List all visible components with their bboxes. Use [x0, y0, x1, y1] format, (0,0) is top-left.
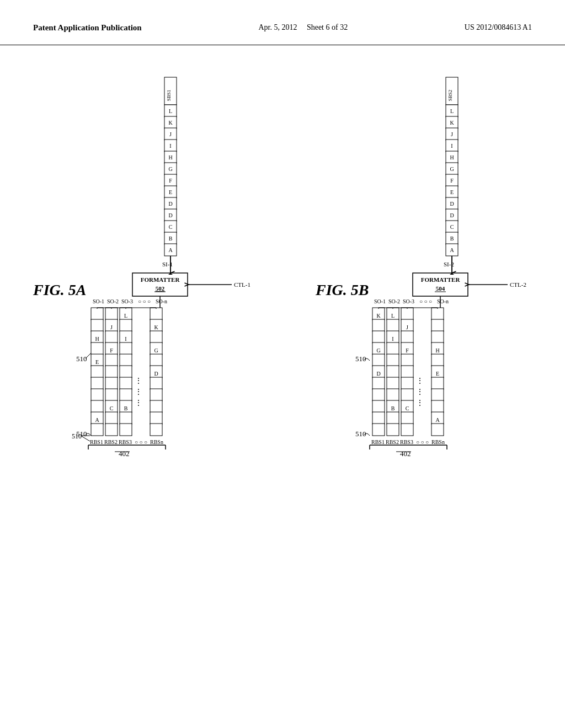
formatter504-num: 504 [436, 285, 445, 292]
main-content: FIG. 5A SBS1 L K J I H G [0, 45, 565, 713]
svg-rect-137 [372, 424, 385, 436]
svg-text:J: J [451, 131, 453, 137]
svg-rect-67 [120, 377, 132, 389]
svg-rect-176 [431, 377, 444, 389]
svg-text:F: F [450, 178, 454, 184]
svg-text:E: E [169, 189, 172, 195]
sbs1-label: SBS1 [166, 90, 172, 101]
svg-text:J: J [406, 324, 408, 330]
ctl2-label: CTL-2 [510, 281, 526, 288]
fig5b-510-label: 510 [355, 355, 366, 363]
svg-rect-31 [91, 308, 103, 320]
svg-text:A: A [95, 417, 99, 423]
svg-text:⋮: ⋮ [416, 388, 424, 396]
svg-rect-130 [372, 354, 385, 366]
svg-text:A: A [168, 247, 173, 253]
so2-label-5a: SO-2 [107, 298, 119, 304]
svg-rect-127 [372, 331, 385, 343]
svg-rect-159 [401, 366, 413, 378]
son-col-5b: H E A [431, 308, 444, 436]
svg-rect-86 [150, 400, 162, 413]
svg-rect-161 [401, 389, 413, 401]
svg-text:510: 510 [72, 432, 82, 440]
svg-text:I: I [392, 336, 393, 342]
rbsn-label-5b: RBSn [431, 439, 445, 445]
svg-rect-160 [401, 377, 413, 389]
svg-text:K: K [376, 313, 381, 319]
svg-text:E: E [95, 359, 99, 365]
svg-rect-178 [431, 400, 444, 413]
svg-rect-45 [105, 308, 118, 320]
header-publication-label: Patent Application Publication [33, 22, 142, 34]
so3-label-5a: SO-3 [121, 298, 133, 304]
svg-rect-78 [150, 331, 162, 343]
svg-rect-44 [91, 424, 103, 436]
svg-rect-169 [431, 319, 444, 331]
svg-rect-84 [150, 377, 162, 389]
so3-col-5b: J F C [401, 308, 413, 436]
svg-rect-68 [120, 389, 132, 401]
svg-rect-52 [105, 366, 118, 378]
svg-text:D: D [168, 201, 172, 207]
diagram-svg: FIG. 5A SBS1 L K J I H G [0, 58, 565, 720]
fig5a-402-label: 402 [119, 449, 130, 458]
header-date-sheet: Apr. 5, 2012 Sheet 6 of 32 [258, 22, 348, 33]
svg-rect-144 [387, 354, 399, 366]
svg-rect-54 [105, 389, 118, 401]
svg-text:J: J [110, 324, 113, 330]
svg-rect-72 [120, 424, 132, 436]
svg-rect-48 [105, 331, 118, 343]
svg-rect-173 [431, 354, 444, 366]
svg-rect-32 [91, 319, 103, 331]
rbs3-label-5b: RBS3 [400, 439, 413, 445]
svg-text:I: I [169, 143, 171, 149]
rbs1-label-5a: RBS1 [90, 439, 103, 445]
svg-text:E: E [450, 189, 454, 195]
svg-rect-85 [150, 389, 162, 401]
svg-text:⋮: ⋮ [416, 399, 424, 407]
svg-rect-58 [105, 424, 118, 436]
svg-rect-155 [401, 331, 413, 343]
rbs1-label-5b: RBS1 [371, 439, 385, 445]
svg-text:G: G [376, 347, 380, 354]
svg-rect-177 [431, 389, 444, 401]
svg-text:D: D [450, 212, 454, 218]
rbs2-label-5a: RBS2 [104, 439, 118, 445]
so-dots-5b: ○ ○ ○ [419, 298, 432, 304]
so2-col-5b: L I B [387, 308, 399, 436]
svg-rect-38 [91, 366, 103, 378]
svg-rect-134 [372, 389, 385, 401]
fig5b-label: FIG. 5B [315, 281, 369, 298]
patent-number-text: US 2012/0084613 A1 [465, 23, 532, 31]
svg-rect-53 [105, 377, 118, 389]
svg-rect-40 [91, 389, 103, 401]
svg-text:C: C [406, 405, 409, 411]
si2-label: SI-2 [444, 261, 454, 267]
rbs-dots-5b: ○ ○ ○ [416, 439, 429, 445]
svg-rect-150 [387, 412, 399, 424]
svg-text:L: L [450, 108, 454, 114]
so3-col-5a: L I B [120, 308, 132, 436]
svg-rect-65 [120, 354, 132, 366]
so2-col-5a: J F C [105, 308, 118, 436]
so1-label-5b: SO-1 [374, 298, 386, 304]
page-header: Patent Application Publication Apr. 5, 2… [0, 0, 565, 45]
publication-text: Patent Application Publication [33, 23, 142, 32]
svg-rect-147 [387, 389, 399, 401]
svg-text:I: I [451, 143, 452, 149]
svg-text:K: K [450, 120, 454, 126]
svg-text:H: H [435, 347, 439, 354]
svg-text:I: I [125, 336, 126, 342]
svg-text:G: G [154, 347, 158, 354]
svg-rect-168 [431, 308, 444, 320]
svg-text:D: D [450, 201, 454, 207]
svg-rect-165 [401, 424, 413, 436]
fig5b-510-main: 510 [355, 430, 366, 438]
svg-rect-164 [401, 412, 413, 424]
so-dots-5a: ○ ○ ○ [138, 298, 151, 304]
svg-rect-152 [401, 308, 413, 320]
svg-rect-66 [120, 366, 132, 378]
formatter502-num: 502 [156, 285, 165, 292]
svg-rect-126 [372, 319, 385, 331]
svg-rect-57 [105, 412, 118, 424]
